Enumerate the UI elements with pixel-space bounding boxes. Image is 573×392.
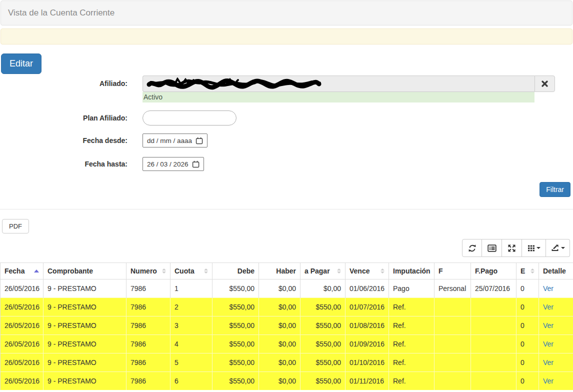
cell-cuota: 3 <box>170 316 212 335</box>
cell-haber: $0,00 <box>259 372 300 390</box>
cell-a-pagar: $550,00 <box>300 372 346 390</box>
chevron-down-icon <box>536 247 540 249</box>
cell-debe: $550,00 <box>212 354 259 372</box>
redacted-value <box>146 78 322 90</box>
cell-vence: 01/06/2016 <box>346 280 389 298</box>
table-header-row: FechaComprobanteNumeroCuotaDebeHabera Pa… <box>0 263 573 280</box>
fullscreen-button[interactable] <box>502 239 522 257</box>
cell-f <box>434 316 471 335</box>
detalle-ver-link[interactable]: Ver <box>543 303 554 311</box>
fecha-desde-value: dd / mm / aaaa <box>147 137 192 144</box>
fecha-hasta-row: Fecha hasta: 26 / 03 / 2026 <box>0 157 573 171</box>
cell-comprobante: 9 - PRESTAMO <box>44 335 126 354</box>
editar-button[interactable]: Editar <box>1 54 42 74</box>
plan-afiliado-input[interactable] <box>142 110 236 126</box>
fecha-desde-input[interactable]: dd / mm / aaaa <box>142 134 208 148</box>
afiliado-status-badge: Activo <box>142 92 534 102</box>
table-row: 26/05/20169 - PRESTAMO79863$550,00$0,00$… <box>0 316 573 335</box>
refresh-button[interactable] <box>462 239 482 257</box>
cell-a-pagar: $550,00 <box>300 298 346 316</box>
column-header-numero[interactable]: Numero <box>126 263 170 280</box>
cell-imputaci-n: Ref. <box>389 354 434 372</box>
cell-detalle: Ver <box>539 372 573 390</box>
export-button[interactable] <box>546 239 570 257</box>
sort-carets-icon <box>201 268 208 274</box>
column-label: Haber <box>276 267 296 275</box>
cell-debe: $550,00 <box>212 280 259 298</box>
columns-button[interactable] <box>522 239 546 257</box>
afiliado-input[interactable] <box>142 76 534 92</box>
fecha-desde-label: Fecha desde: <box>0 134 128 148</box>
alert-bar <box>0 28 572 44</box>
cell-e: 0 <box>516 298 539 316</box>
cell-comprobante: 9 - PRESTAMO <box>44 280 126 298</box>
chevron-down-icon <box>561 247 565 249</box>
column-label: Imputación <box>393 267 430 275</box>
cell-comprobante: 9 - PRESTAMO <box>44 316 126 335</box>
section-divider <box>0 209 573 210</box>
fecha-desde-row: Fecha desde: dd / mm / aaaa <box>0 134 573 148</box>
cell-imputaci-n: Ref. <box>389 298 434 316</box>
cell-a-pagar: $550,00 <box>300 316 346 335</box>
detalle-ver-link[interactable]: Ver <box>543 340 554 348</box>
column-header-a-pagar[interactable]: a Pagar <box>300 263 346 280</box>
cell-f <box>434 298 471 316</box>
column-label: Fecha <box>4 267 24 275</box>
cell-comprobante: 9 - PRESTAMO <box>44 298 126 316</box>
cell-e: 0 <box>516 372 539 390</box>
column-header-e[interactable]: E <box>516 263 539 280</box>
sort-carets-icon <box>334 268 341 274</box>
cell-fecha: 26/05/2016 <box>0 372 44 390</box>
table-body: 26/05/20169 - PRESTAMO79861$550,00$0,00$… <box>0 280 573 390</box>
clear-afiliado-button[interactable] <box>534 76 555 92</box>
column-header-haber: Haber <box>259 263 300 280</box>
column-label: E <box>520 267 525 275</box>
detalle-ver-link[interactable]: Ver <box>543 322 554 330</box>
export-icon <box>551 244 560 252</box>
fecha-hasta-label: Fecha hasta: <box>0 157 128 171</box>
cell-a-pagar: $550,00 <box>300 354 346 372</box>
cell-debe: $550,00 <box>212 316 259 335</box>
cell-vence: 01/10/2016 <box>346 354 389 372</box>
table-row: 26/05/20169 - PRESTAMO79862$550,00$0,00$… <box>0 298 573 316</box>
column-header-fecha[interactable]: Fecha <box>0 263 44 280</box>
detail-view-button[interactable] <box>482 239 502 257</box>
column-header-cuota[interactable]: Cuota <box>170 263 212 280</box>
cell-f: Personal <box>434 280 471 298</box>
fecha-hasta-input[interactable]: 26 / 03 / 2026 <box>142 157 204 171</box>
cell-detalle: Ver <box>539 280 573 298</box>
column-label: Detalle <box>543 267 566 275</box>
cuenta-corriente-table: FechaComprobanteNumeroCuotaDebeHabera Pa… <box>0 262 573 390</box>
column-header-vence[interactable]: Vence <box>346 263 389 280</box>
sort-carets-icon <box>159 268 166 274</box>
cell-imputaci-n: Ref. <box>389 316 434 335</box>
afiliado-row: Afiliado: <box>0 76 573 102</box>
cell-vence: 01/08/2016 <box>346 316 389 335</box>
sort-carets-icon <box>528 268 534 274</box>
cell-f-pago <box>471 298 516 316</box>
cell-fecha: 26/05/2016 <box>0 354 44 372</box>
filtrar-button[interactable]: Filtrar <box>540 182 570 197</box>
cell-cuota: 1 <box>170 280 212 298</box>
detalle-ver-link[interactable]: Ver <box>543 377 554 385</box>
sort-carets-icon <box>378 268 384 274</box>
cell-imputaci-n: Pago <box>389 280 434 298</box>
cell-vence: 01/07/2016 <box>346 298 389 316</box>
cell-haber: $0,00 <box>259 354 300 372</box>
fecha-hasta-value: 26 / 03 / 2026 <box>147 160 188 168</box>
pdf-button[interactable]: PDF <box>2 219 29 234</box>
cell-comprobante: 9 - PRESTAMO <box>44 372 126 390</box>
detalle-ver-link[interactable]: Ver <box>543 358 554 366</box>
column-label: F.Pago <box>475 267 498 275</box>
cell-cuota: 6 <box>170 372 212 390</box>
column-header-comprobante: Comprobante <box>44 263 126 280</box>
sort-asc-icon <box>31 270 39 272</box>
cell-debe: $550,00 <box>212 298 259 316</box>
cell-debe: $550,00 <box>212 372 259 390</box>
cell-haber: $0,00 <box>259 280 300 298</box>
cell-fecha: 26/05/2016 <box>0 280 44 298</box>
fullscreen-icon <box>508 244 516 252</box>
detalle-ver-link[interactable]: Ver <box>543 284 554 292</box>
column-header-detalle: Detalle <box>539 263 573 280</box>
cell-comprobante: 9 - PRESTAMO <box>44 354 126 372</box>
